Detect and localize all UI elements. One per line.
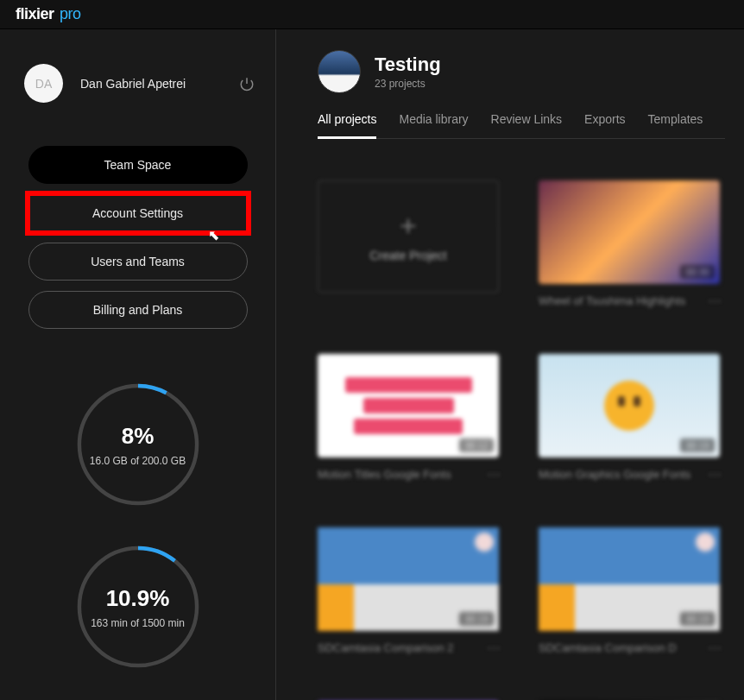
nav-team-space[interactable]: Team Space xyxy=(28,146,248,184)
workspace-subtitle: 23 projects xyxy=(375,78,441,90)
tab-review-links[interactable]: Review Links xyxy=(491,112,562,138)
tab-exports[interactable]: Exports xyxy=(584,112,625,138)
nav-account-settings-label: Account Settings xyxy=(92,206,183,220)
project-card[interactable]: 00:19 Motion Graphics Google Fonts ⋯ xyxy=(539,354,720,482)
project-title: Motion Titles Google Fonts xyxy=(318,468,451,481)
nav-billing[interactable]: Billing and Plans xyxy=(28,291,248,329)
plus-icon: + xyxy=(400,211,417,240)
tab-all-projects[interactable]: All projects xyxy=(318,112,376,139)
storage-percent: 8% xyxy=(122,423,154,450)
more-icon[interactable]: ⋯ xyxy=(487,640,499,656)
project-title: Wheel of Tsushima Highlights xyxy=(539,294,685,307)
topbar: flixier pro xyxy=(0,0,744,29)
project-title: Motion Graphics Google Fonts xyxy=(539,468,690,481)
nav-users-teams[interactable]: Users and Teams xyxy=(28,243,248,281)
owner-avatar-icon xyxy=(475,533,494,552)
tab-templates[interactable]: Templates xyxy=(648,112,703,138)
workspace-title: Testing xyxy=(375,54,441,76)
more-icon[interactable]: ⋯ xyxy=(708,466,720,482)
sidebar: DA Dan Gabriel Apetrei Team Space Accoun… xyxy=(0,29,276,700)
more-icon[interactable]: ⋯ xyxy=(708,640,720,656)
render-gauge: 10.9% 163 min of 1500 min xyxy=(74,543,202,671)
cursor-icon: ⬉ xyxy=(208,227,219,243)
create-project-card[interactable]: + Create Project xyxy=(318,180,499,309)
workspace-avatar[interactable] xyxy=(318,50,361,93)
avatar[interactable]: DA xyxy=(24,64,63,103)
more-icon[interactable]: ⋯ xyxy=(487,466,499,482)
duration-badge: 00:30 xyxy=(680,265,715,279)
project-card[interactable]: 00:30 Wheel of Tsushima Highlights ⋯ xyxy=(539,180,720,309)
projects-grid: + Create Project 00:30 Wheel of Tsushima… xyxy=(318,180,725,700)
logo-tier: pro xyxy=(60,5,81,22)
duration-badge: 00:12 xyxy=(459,438,494,452)
storage-gauge: 8% 16.0 GB of 200.0 GB xyxy=(74,381,202,508)
nav-account-settings[interactable]: Account Settings ⬉ xyxy=(28,194,248,232)
tabs: All projects Media library Review Links … xyxy=(318,112,725,139)
user-name: Dan Gabriel Apetrei xyxy=(80,77,222,91)
app-logo: flixier pro xyxy=(16,5,81,23)
project-card[interactable]: 00:19 SDCamtasia Comparison 2 ⋯ xyxy=(318,527,499,656)
workspace-header: Testing 23 projects xyxy=(318,50,725,93)
project-card[interactable]: 00:19 SDCamtasia Comparison D ⋯ xyxy=(539,527,720,656)
power-icon[interactable] xyxy=(239,76,255,91)
project-card[interactable]: 00:12 Motion Titles Google Fonts ⋯ xyxy=(318,354,499,482)
create-project-label: Create Project xyxy=(369,249,446,262)
render-percent: 10.9% xyxy=(106,585,170,612)
more-icon[interactable]: ⋯ xyxy=(708,293,720,309)
user-row: DA Dan Gabriel Apetrei xyxy=(21,64,255,103)
project-title: SDCamtasia Comparison D xyxy=(539,641,677,654)
logo-name: flixier xyxy=(16,5,54,22)
duration-badge: 00:19 xyxy=(680,612,715,626)
nav-buttons: Team Space Account Settings ⬉ Users and … xyxy=(21,146,255,329)
tab-media-library[interactable]: Media library xyxy=(399,112,468,138)
duration-badge: 00:19 xyxy=(459,612,494,626)
gauges: 8% 16.0 GB of 200.0 GB 10.9% 163 min of … xyxy=(21,381,255,671)
render-detail: 163 min of 1500 min xyxy=(91,617,185,629)
duration-badge: 00:19 xyxy=(680,438,715,452)
main-content: Testing 23 projects All projects Media l… xyxy=(276,29,744,700)
owner-avatar-icon xyxy=(696,533,715,552)
project-title: SDCamtasia Comparison 2 xyxy=(318,641,454,654)
storage-detail: 16.0 GB of 200.0 GB xyxy=(90,455,186,467)
